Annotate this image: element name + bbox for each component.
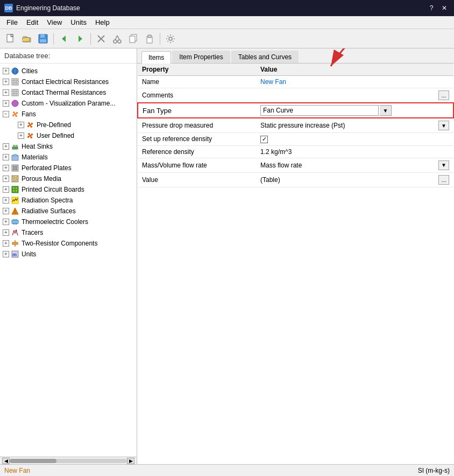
svg-rect-77 bbox=[12, 242, 18, 244]
userdefined-label: User Defined bbox=[37, 132, 74, 139]
toggle-contact-elec[interactable]: + bbox=[2, 78, 11, 86]
tree-item-units[interactable]: + m Units bbox=[0, 249, 137, 260]
tree-item-heatsinks[interactable]: + Heat Sinks bbox=[0, 141, 137, 152]
comments-ellipsis-btn[interactable]: ... bbox=[438, 90, 449, 100]
svg-rect-27 bbox=[12, 89, 18, 96]
copy-button[interactable] bbox=[126, 31, 141, 46]
prop-row-ref-density: Reference density 1.2 kg/m^3 bbox=[138, 145, 453, 158]
tab-items[interactable]: Items bbox=[141, 51, 171, 64]
svg-marker-42 bbox=[12, 154, 18, 156]
toggle-fans[interactable]: − bbox=[2, 110, 11, 118]
tree-item-userdefined[interactable]: + User Defined bbox=[0, 130, 137, 141]
menu-view[interactable]: View bbox=[42, 17, 66, 27]
col-property: Property bbox=[138, 64, 256, 76]
toggle-radspectra[interactable]: + bbox=[2, 196, 11, 205]
toggle-radsurface[interactable]: + bbox=[2, 207, 11, 215]
toggle-heatsinks[interactable]: + bbox=[2, 142, 11, 151]
fans-label: Fans bbox=[22, 110, 36, 118]
toggle-porous[interactable]: + bbox=[2, 174, 11, 183]
tree-item-cities[interactable]: + Cities bbox=[0, 66, 137, 76]
toggle-materials[interactable]: + bbox=[2, 153, 11, 162]
tree-item-fans[interactable]: − Fans bbox=[0, 109, 137, 120]
tree-item-custom[interactable]: + Custom - Visualization Parame... bbox=[0, 98, 137, 109]
perf-icon bbox=[11, 164, 19, 172]
toggle-custom[interactable]: + bbox=[2, 99, 11, 108]
svg-rect-72 bbox=[13, 223, 14, 225]
delete-button[interactable] bbox=[94, 31, 109, 46]
toggle-twores[interactable]: + bbox=[2, 239, 11, 248]
scroll-thumb[interactable] bbox=[10, 459, 56, 463]
open-button[interactable] bbox=[19, 31, 34, 46]
toggle-tracers[interactable]: + bbox=[2, 228, 11, 237]
menu-file[interactable]: File bbox=[2, 17, 22, 27]
help-button[interactable]: ? bbox=[426, 3, 437, 13]
menu-units[interactable]: Units bbox=[66, 17, 91, 27]
tree-item-tec[interactable]: + Thermoelectric Coolers bbox=[0, 216, 137, 227]
svg-point-34 bbox=[29, 124, 31, 126]
toggle-userdefined[interactable]: + bbox=[17, 131, 26, 140]
cut-button[interactable] bbox=[110, 31, 125, 46]
tab-item-properties[interactable]: Item Properties bbox=[172, 51, 230, 63]
toggle-units[interactable]: + bbox=[2, 250, 11, 258]
value-ref-density-setup: ✓ bbox=[256, 133, 453, 146]
ref-density-checkbox[interactable]: ✓ bbox=[260, 136, 268, 143]
svg-point-47 bbox=[13, 167, 15, 169]
tree-item-predefined[interactable]: + Pre-Defined bbox=[0, 120, 137, 130]
close-button[interactable]: ✕ bbox=[439, 3, 450, 13]
perf-label: Perforated Plates bbox=[22, 164, 72, 172]
scroll-track[interactable] bbox=[10, 459, 127, 463]
scroll-left-btn[interactable]: ◀ bbox=[2, 458, 10, 464]
tree-item-radsurface[interactable]: + Radiative Surfaces bbox=[0, 206, 137, 216]
window-title: Engineering Database bbox=[16, 4, 80, 12]
toggle-predefined[interactable]: + bbox=[17, 121, 26, 129]
left-scrollbar[interactable]: ◀ ▶ bbox=[0, 457, 137, 464]
materials-label: Materials bbox=[22, 153, 48, 161]
tab-tables-curves[interactable]: Tables and Curves bbox=[231, 51, 299, 63]
flow-rate-dropdown-btn[interactable]: ▼ bbox=[438, 160, 449, 170]
tec-icon bbox=[11, 218, 19, 226]
tree-area[interactable]: + Cities + Contact Electrical Resistance… bbox=[0, 64, 137, 457]
tree-item-contact-elec[interactable]: + Contact Electrical Resistances bbox=[0, 76, 137, 87]
label-value: Value bbox=[138, 172, 256, 187]
tree-item-porous[interactable]: + Porous Media bbox=[0, 173, 137, 184]
pcb-label: Printed Circuit Boards bbox=[22, 186, 84, 193]
scroll-right-btn[interactable]: ▶ bbox=[127, 458, 134, 464]
tree-item-tracers[interactable]: + Tracers bbox=[0, 227, 137, 238]
toggle-tec[interactable]: + bbox=[2, 218, 11, 226]
pressure-dropdown-btn[interactable]: ▼ bbox=[438, 121, 449, 130]
settings-button[interactable] bbox=[163, 31, 178, 46]
tree-item-contact-thermal[interactable]: + Contact Thermal Resistances bbox=[0, 87, 137, 98]
back-button[interactable] bbox=[56, 31, 72, 46]
tree-item-materials[interactable]: + Materials bbox=[0, 152, 137, 163]
predefined-label: Pre-Defined bbox=[37, 121, 71, 129]
fan-type-select[interactable]: Fan Curve bbox=[260, 105, 379, 116]
toggle-perf[interactable]: + bbox=[2, 164, 11, 172]
value-ellipsis-btn[interactable]: ... bbox=[438, 175, 449, 185]
toggle-contact-thermal[interactable]: + bbox=[2, 88, 11, 97]
svg-point-8 bbox=[113, 40, 117, 43]
pcb-icon bbox=[11, 185, 19, 194]
fan-type-dropdown-btn[interactable]: ▼ bbox=[380, 105, 392, 116]
prop-row-comments: Comments ... bbox=[138, 88, 453, 103]
panel-header: Database tree: bbox=[0, 48, 137, 64]
svg-point-48 bbox=[15, 167, 16, 169]
toggle-cities[interactable]: + bbox=[2, 67, 11, 75]
forward-button[interactable] bbox=[73, 31, 88, 46]
radspectra-label: Radiation Spectra bbox=[22, 197, 73, 204]
tree-item-pcb[interactable]: + Printed Circuit Boards bbox=[0, 184, 137, 195]
paste-button[interactable] bbox=[142, 31, 157, 46]
value-name: New Fan bbox=[256, 76, 453, 88]
separator-2 bbox=[90, 33, 91, 45]
tree-item-perf[interactable]: + Perforated Plates bbox=[0, 163, 137, 173]
tree-item-twores[interactable]: + Two-Resistor Components bbox=[0, 238, 137, 249]
save-button[interactable] bbox=[36, 31, 51, 46]
menu-help[interactable]: Help bbox=[91, 17, 114, 27]
contact-elec-label: Contact Electrical Resistances bbox=[22, 78, 109, 86]
svg-rect-69 bbox=[13, 219, 14, 221]
menu-edit[interactable]: Edit bbox=[22, 17, 42, 27]
tree-item-radspectra[interactable]: + Radiation Spectra bbox=[0, 195, 137, 206]
svg-rect-73 bbox=[15, 223, 16, 225]
toggle-pcb[interactable]: + bbox=[2, 185, 11, 194]
new-button[interactable] bbox=[3, 31, 18, 46]
contact-thermal-icon bbox=[11, 88, 19, 97]
